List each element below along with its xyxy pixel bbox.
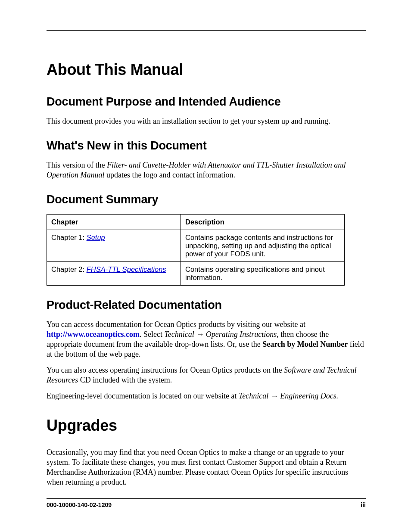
table-header-row: Chapter Description — [47, 215, 345, 230]
para-purpose: This document provides you with an insta… — [47, 116, 366, 126]
cell-desc-2: Contains operating specifications and pi… — [181, 262, 345, 286]
text-pre: This version of the — [47, 161, 107, 169]
footer-doc-number: 000-10000-140-02-1209 — [47, 501, 112, 508]
link-fhsa-spec[interactable]: FHSA-TTL Specifications — [87, 265, 166, 273]
para-related-3: Engineering-level documentation is locat… — [47, 391, 366, 401]
top-rule — [47, 30, 366, 31]
th-description: Description — [181, 215, 345, 230]
heading-upgrades: Upgrades — [47, 417, 366, 435]
footer-row: 000-10000-140-02-1209 iii — [47, 501, 366, 508]
cell-chapter-2: Chapter 2: FHSA-TTL Specifications — [47, 262, 181, 286]
summary-table: Chapter Description Chapter 1: Setup Con… — [47, 214, 345, 286]
cell-chapter-1: Chapter 1: Setup — [47, 230, 181, 262]
section-purpose: Document Purpose and Intended Audience T… — [47, 95, 366, 126]
cell-desc-1: Contains package contents and instructio… — [181, 230, 345, 262]
para-whatsnew: This version of the Filter- and Cuvette-… — [47, 160, 366, 180]
text-post: updates the logo and contact information… — [105, 171, 235, 179]
heading-purpose: Document Purpose and Intended Audience — [47, 95, 366, 109]
t: Engineering-level documentation is locat… — [47, 392, 239, 400]
heading-related-docs: Product-Related Documentation — [47, 299, 366, 312]
t: You can also access operating instructio… — [47, 366, 284, 374]
document-page: About This Manual Document Purpose and I… — [0, 0, 411, 532]
t: You can access documentation for Ocean O… — [47, 320, 305, 329]
search-field-label: Search by Model Number — [262, 340, 348, 348]
table-row: Chapter 1: Setup Contains package conten… — [47, 230, 345, 262]
heading-about: About This Manual — [47, 61, 366, 79]
para-upgrades: Occasionally, you may find that you need… — [47, 448, 366, 487]
nav-path-1: Technical → Operating Instructions — [164, 330, 277, 339]
nav-path-2: Technical → Engineering Docs. — [239, 392, 338, 400]
footer-rule — [47, 498, 366, 499]
t: CD included with the system. — [78, 376, 172, 384]
link-oceanoptics[interactable]: http://www.oceanoptics.com — [47, 330, 140, 339]
section-whatsnew: What's New in this Document This version… — [47, 139, 366, 180]
section-related-docs: Product-Related Documentation You can ac… — [47, 299, 366, 401]
chap-prefix: Chapter 1: — [51, 233, 87, 241]
heading-whatsnew: What's New in this Document — [47, 139, 366, 152]
section-summary: Document Summary Chapter Description Cha… — [47, 193, 366, 286]
chap-prefix: Chapter 2: — [51, 265, 87, 273]
page-footer: 000-10000-140-02-1209 iii — [47, 498, 366, 508]
table-row: Chapter 2: FHSA-TTL Specifications Conta… — [47, 262, 345, 286]
link-setup[interactable]: Setup — [87, 233, 105, 241]
t: . Select — [140, 330, 164, 339]
th-chapter: Chapter — [47, 215, 181, 230]
heading-summary: Document Summary — [47, 193, 366, 206]
footer-page-number: iii — [361, 501, 366, 508]
para-related-1: You can access documentation for Ocean O… — [47, 320, 366, 359]
para-related-2: You can also access operating instructio… — [47, 365, 366, 385]
